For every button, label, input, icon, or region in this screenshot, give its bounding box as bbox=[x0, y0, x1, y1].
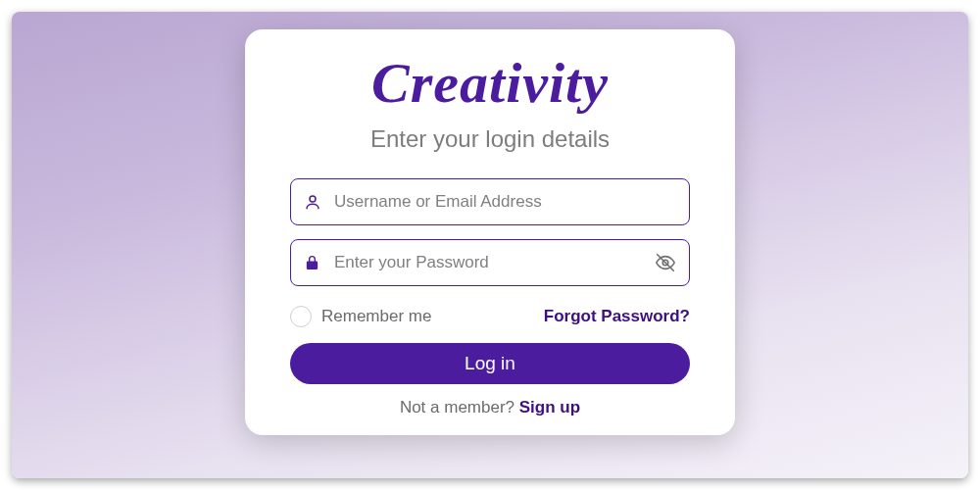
username-input[interactable] bbox=[290, 178, 690, 225]
remember-me-toggle[interactable]: Remember me bbox=[290, 306, 431, 327]
svg-point-0 bbox=[310, 196, 316, 202]
signup-row: Not a member? Sign up bbox=[400, 398, 580, 417]
lock-icon bbox=[304, 255, 320, 271]
page-container: Creativity Enter your login details bbox=[0, 0, 980, 490]
remember-label: Remember me bbox=[321, 307, 431, 326]
username-input-wrap bbox=[290, 178, 690, 225]
login-subtitle: Enter your login details bbox=[370, 125, 610, 153]
options-row: Remember me Forgot Password? bbox=[290, 306, 690, 327]
login-card: Creativity Enter your login details bbox=[245, 29, 735, 435]
brand-title: Creativity bbox=[371, 55, 609, 112]
login-button[interactable]: Log in bbox=[290, 343, 690, 384]
password-input[interactable] bbox=[290, 239, 690, 286]
signup-link[interactable]: Sign up bbox=[519, 398, 580, 416]
eye-off-icon[interactable] bbox=[655, 252, 676, 273]
user-icon bbox=[304, 193, 321, 211]
signup-prompt: Not a member? bbox=[400, 398, 519, 416]
password-input-wrap bbox=[290, 239, 690, 286]
forgot-password-link[interactable]: Forgot Password? bbox=[544, 307, 690, 326]
remember-checkbox-icon bbox=[290, 306, 312, 327]
background-panel: Creativity Enter your login details bbox=[12, 12, 968, 478]
